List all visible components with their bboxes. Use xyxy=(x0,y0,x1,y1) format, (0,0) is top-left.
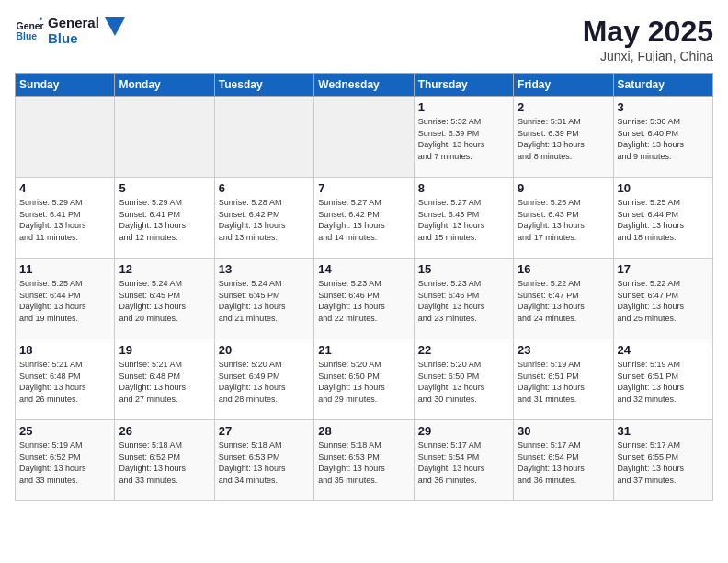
day-number: 9 xyxy=(518,181,609,195)
day-header-sunday: Sunday xyxy=(16,74,115,97)
calendar-cell: 9Sunrise: 5:26 AM Sunset: 6:43 PM Daylig… xyxy=(514,178,613,259)
day-number: 26 xyxy=(119,424,210,438)
calendar-cell: 2Sunrise: 5:31 AM Sunset: 6:39 PM Daylig… xyxy=(514,97,613,178)
day-detail: Sunrise: 5:18 AM Sunset: 6:52 PM Dayligh… xyxy=(119,440,210,486)
day-number: 19 xyxy=(119,343,210,357)
day-number: 4 xyxy=(19,181,110,195)
day-detail: Sunrise: 5:25 AM Sunset: 6:44 PM Dayligh… xyxy=(618,197,709,243)
day-number: 24 xyxy=(618,343,709,357)
day-number: 16 xyxy=(518,262,609,276)
day-number: 8 xyxy=(418,181,509,195)
calendar-cell: 7Sunrise: 5:27 AM Sunset: 6:42 PM Daylig… xyxy=(314,178,414,259)
calendar-cell: 13Sunrise: 5:24 AM Sunset: 6:45 PM Dayli… xyxy=(214,259,313,339)
calendar-cell xyxy=(16,97,115,178)
day-detail: Sunrise: 5:18 AM Sunset: 6:53 PM Dayligh… xyxy=(219,440,310,486)
day-detail: Sunrise: 5:20 AM Sunset: 6:49 PM Dayligh… xyxy=(219,359,310,405)
day-header-monday: Monday xyxy=(115,74,214,97)
days-header-row: SundayMondayTuesdayWednesdayThursdayFrid… xyxy=(16,74,713,97)
day-number: 27 xyxy=(219,424,310,438)
calendar-cell: 5Sunrise: 5:29 AM Sunset: 6:41 PM Daylig… xyxy=(115,178,214,259)
calendar-cell: 31Sunrise: 5:17 AM Sunset: 6:55 PM Dayli… xyxy=(613,420,712,501)
logo-icon: General Blue xyxy=(15,17,44,43)
day-number: 30 xyxy=(518,424,609,438)
day-number: 28 xyxy=(318,424,409,438)
calendar-cell xyxy=(115,97,214,178)
day-number: 25 xyxy=(19,424,110,438)
day-header-wednesday: Wednesday xyxy=(314,74,414,97)
calendar-cell: 15Sunrise: 5:23 AM Sunset: 6:46 PM Dayli… xyxy=(414,259,513,339)
calendar-cell xyxy=(314,97,414,178)
logo-blue-text: Blue xyxy=(48,30,99,46)
calendar-cell: 26Sunrise: 5:18 AM Sunset: 6:52 PM Dayli… xyxy=(115,420,214,501)
day-number: 31 xyxy=(618,424,709,438)
day-number: 10 xyxy=(618,181,709,195)
day-detail: Sunrise: 5:31 AM Sunset: 6:39 PM Dayligh… xyxy=(518,116,609,162)
day-header-friday: Friday xyxy=(514,74,613,97)
month-title: May 2025 xyxy=(583,15,713,49)
day-detail: Sunrise: 5:17 AM Sunset: 6:55 PM Dayligh… xyxy=(618,440,709,486)
calendar-cell: 18Sunrise: 5:21 AM Sunset: 6:48 PM Dayli… xyxy=(16,339,115,420)
calendar-cell: 25Sunrise: 5:19 AM Sunset: 6:52 PM Dayli… xyxy=(16,420,115,501)
calendar-cell: 8Sunrise: 5:27 AM Sunset: 6:43 PM Daylig… xyxy=(414,178,513,259)
day-detail: Sunrise: 5:21 AM Sunset: 6:48 PM Dayligh… xyxy=(119,359,210,405)
day-number: 17 xyxy=(618,262,709,276)
day-detail: Sunrise: 5:25 AM Sunset: 6:44 PM Dayligh… xyxy=(19,278,110,324)
day-detail: Sunrise: 5:29 AM Sunset: 6:41 PM Dayligh… xyxy=(119,197,210,243)
day-header-tuesday: Tuesday xyxy=(214,74,313,97)
day-detail: Sunrise: 5:23 AM Sunset: 6:46 PM Dayligh… xyxy=(318,278,409,324)
calendar-cell: 23Sunrise: 5:19 AM Sunset: 6:51 PM Dayli… xyxy=(514,339,613,420)
day-number: 5 xyxy=(119,181,210,195)
day-detail: Sunrise: 5:19 AM Sunset: 6:52 PM Dayligh… xyxy=(19,440,110,486)
calendar-cell: 10Sunrise: 5:25 AM Sunset: 6:44 PM Dayli… xyxy=(613,178,712,259)
calendar-week-row: 11Sunrise: 5:25 AM Sunset: 6:44 PM Dayli… xyxy=(16,259,713,339)
day-detail: Sunrise: 5:22 AM Sunset: 6:47 PM Dayligh… xyxy=(518,278,609,324)
day-header-thursday: Thursday xyxy=(414,74,513,97)
day-detail: Sunrise: 5:32 AM Sunset: 6:39 PM Dayligh… xyxy=(418,116,509,162)
svg-text:Blue: Blue xyxy=(17,31,38,41)
calendar-week-row: 1Sunrise: 5:32 AM Sunset: 6:39 PM Daylig… xyxy=(16,97,713,178)
day-detail: Sunrise: 5:27 AM Sunset: 6:42 PM Dayligh… xyxy=(318,197,409,243)
day-detail: Sunrise: 5:19 AM Sunset: 6:51 PM Dayligh… xyxy=(518,359,609,405)
day-number: 7 xyxy=(318,181,409,195)
calendar-week-row: 18Sunrise: 5:21 AM Sunset: 6:48 PM Dayli… xyxy=(16,339,713,420)
day-detail: Sunrise: 5:21 AM Sunset: 6:48 PM Dayligh… xyxy=(19,359,110,405)
day-number: 21 xyxy=(318,343,409,357)
day-detail: Sunrise: 5:18 AM Sunset: 6:53 PM Dayligh… xyxy=(318,440,409,486)
calendar-cell: 29Sunrise: 5:17 AM Sunset: 6:54 PM Dayli… xyxy=(414,420,513,501)
day-number: 13 xyxy=(219,262,310,276)
day-number: 20 xyxy=(219,343,310,357)
title-block: May 2025 Junxi, Fujian, China xyxy=(583,15,713,63)
calendar-week-row: 4Sunrise: 5:29 AM Sunset: 6:41 PM Daylig… xyxy=(16,178,713,259)
calendar-cell: 16Sunrise: 5:22 AM Sunset: 6:47 PM Dayli… xyxy=(514,259,613,339)
svg-marker-3 xyxy=(105,17,125,36)
day-number: 22 xyxy=(418,343,509,357)
calendar-cell: 28Sunrise: 5:18 AM Sunset: 6:53 PM Dayli… xyxy=(314,420,414,501)
day-number: 6 xyxy=(219,181,310,195)
calendar-cell: 4Sunrise: 5:29 AM Sunset: 6:41 PM Daylig… xyxy=(16,178,115,259)
day-detail: Sunrise: 5:20 AM Sunset: 6:50 PM Dayligh… xyxy=(318,359,409,405)
calendar-cell: 27Sunrise: 5:18 AM Sunset: 6:53 PM Dayli… xyxy=(214,420,313,501)
day-number: 11 xyxy=(19,262,110,276)
calendar-table: SundayMondayTuesdayWednesdayThursdayFrid… xyxy=(15,73,713,501)
day-number: 15 xyxy=(418,262,509,276)
day-detail: Sunrise: 5:17 AM Sunset: 6:54 PM Dayligh… xyxy=(418,440,509,486)
day-number: 12 xyxy=(119,262,210,276)
location-subtitle: Junxi, Fujian, China xyxy=(583,49,713,63)
calendar-cell: 19Sunrise: 5:21 AM Sunset: 6:48 PM Dayli… xyxy=(115,339,214,420)
day-number: 3 xyxy=(618,100,709,114)
logo: General Blue General Blue xyxy=(15,15,125,47)
day-number: 23 xyxy=(518,343,609,357)
day-detail: Sunrise: 5:29 AM Sunset: 6:41 PM Dayligh… xyxy=(19,197,110,243)
day-detail: Sunrise: 5:24 AM Sunset: 6:45 PM Dayligh… xyxy=(119,278,210,324)
logo-general-text: General xyxy=(48,15,99,30)
calendar-cell xyxy=(214,97,313,178)
day-number: 29 xyxy=(418,424,509,438)
day-number: 2 xyxy=(518,100,609,114)
day-detail: Sunrise: 5:27 AM Sunset: 6:43 PM Dayligh… xyxy=(418,197,509,243)
page-header: General Blue General Blue May 2025 Junxi… xyxy=(15,15,713,63)
calendar-week-row: 25Sunrise: 5:19 AM Sunset: 6:52 PM Dayli… xyxy=(16,420,713,501)
calendar-cell: 20Sunrise: 5:20 AM Sunset: 6:49 PM Dayli… xyxy=(214,339,313,420)
calendar-cell: 11Sunrise: 5:25 AM Sunset: 6:44 PM Dayli… xyxy=(16,259,115,339)
calendar-cell: 22Sunrise: 5:20 AM Sunset: 6:50 PM Dayli… xyxy=(414,339,513,420)
day-header-saturday: Saturday xyxy=(613,74,712,97)
